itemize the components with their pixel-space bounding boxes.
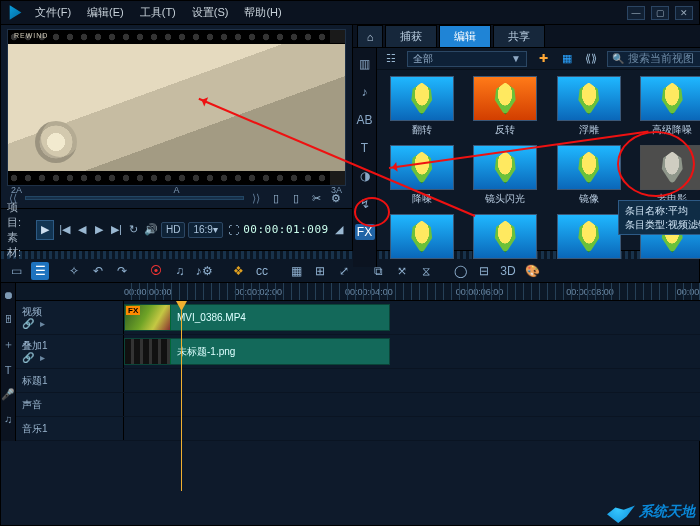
tab-edit[interactable]: 编辑: [439, 25, 491, 47]
fx-thumb[interactable]: 反转: [469, 76, 543, 137]
upload-icon[interactable]: ⬆: [691, 25, 700, 47]
rail-graphic-icon[interactable]: ◑: [355, 168, 375, 184]
view-storyboard-icon[interactable]: ▭: [7, 262, 25, 280]
goto-start-icon[interactable]: |◀: [57, 222, 71, 238]
tab-home[interactable]: ⌂: [357, 25, 383, 47]
track-music-type-icon[interactable]: ♫: [4, 413, 12, 425]
track-head-title[interactable]: 标题1: [16, 369, 124, 392]
step-fwd-icon[interactable]: ▶: [92, 222, 106, 238]
fx-thumb[interactable]: 镜像: [552, 145, 626, 206]
step-back-icon[interactable]: ◀: [75, 222, 89, 238]
tool-wrench-icon[interactable]: ✧: [65, 262, 83, 280]
loop-icon[interactable]: ↻: [126, 222, 140, 238]
mute-icon[interactable]: 🔊: [144, 222, 158, 238]
fx-grid: 翻转反转浮雕高级降噪降噪镜头闪光镜像老电影: [377, 70, 700, 267]
timecode-display[interactable]: 00:00:01:009: [243, 223, 328, 236]
filmstrip-bottom: [8, 171, 345, 185]
fx-thumb-label: 镜头闪光: [485, 192, 525, 206]
fx-thumb-label: 翻转: [412, 123, 432, 137]
track-motion-icon[interactable]: ▦: [287, 262, 305, 280]
moments-icon[interactable]: ❖: [229, 262, 247, 280]
auto-music-icon[interactable]: ♪⚙: [195, 262, 213, 280]
clip-video[interactable]: FX MVI_0386.MP4: [124, 304, 390, 331]
subtitle-icon[interactable]: cc: [253, 262, 271, 280]
track-head-music[interactable]: 音乐1: [16, 417, 124, 440]
balloon-icon: [576, 83, 602, 115]
fx-thumb-box: [473, 214, 537, 259]
menu-settings[interactable]: 设置(S): [186, 3, 235, 22]
lib-grid-icon[interactable]: ▦: [559, 51, 575, 67]
track-video-icon[interactable]: 🎚: [3, 313, 14, 325]
rail-title-icon[interactable]: T: [355, 140, 375, 156]
track-mic-icon[interactable]: 🎤: [1, 388, 15, 401]
play-button[interactable]: ▶: [36, 220, 54, 240]
fx-thumb[interactable]: [552, 214, 626, 261]
rail-path-icon[interactable]: ↯: [355, 196, 375, 212]
track-head-video[interactable]: 视频🔗▸: [16, 301, 124, 334]
clip-overlay[interactable]: 未标题-1.png: [124, 338, 390, 365]
window-maximize[interactable]: ▢: [651, 6, 669, 20]
lib-tree-icon[interactable]: ☷: [383, 51, 399, 67]
playhead[interactable]: [181, 301, 182, 491]
rail-fx-icon[interactable]: FX: [355, 224, 375, 240]
fx-thumb[interactable]: 镜头闪光: [469, 145, 543, 206]
view-timeline-icon[interactable]: ☰: [31, 262, 49, 280]
rail-sound-icon[interactable]: ♪: [355, 84, 375, 100]
window-minimize[interactable]: —: [627, 6, 645, 20]
rail-media-icon[interactable]: ▥: [355, 56, 375, 72]
time-ruler[interactable]: 00:00:00:0000:00:02:0000:00:04:0000:00:0…: [16, 283, 700, 301]
resize-icon[interactable]: ⤢: [335, 262, 353, 280]
link-icon[interactable]: 🔗: [22, 352, 34, 364]
ratio-toggle[interactable]: 16:9 ▾: [188, 222, 222, 238]
menu-edit[interactable]: 编辑(E): [81, 3, 130, 22]
menu-file[interactable]: 文件(F): [29, 3, 77, 22]
menu-help[interactable]: 帮助(H): [238, 3, 287, 22]
mixer-icon[interactable]: ♫: [171, 262, 189, 280]
hd-toggle[interactable]: HD: [161, 222, 185, 238]
multicam-icon[interactable]: ⊞: [311, 262, 329, 280]
chevron-right-icon[interactable]: ▸: [40, 318, 45, 330]
search-input[interactable]: 🔍 搜索当前视图: [607, 51, 700, 67]
menu-tools[interactable]: 工具(T): [134, 3, 182, 22]
fx-thumb-box: [640, 76, 700, 121]
clip-name: MVI_0386.MP4: [171, 312, 252, 323]
goto-end-icon[interactable]: ▶|: [109, 222, 123, 238]
preview-viewport[interactable]: REWIND 2AA3A: [7, 29, 346, 186]
tool-redo-icon[interactable]: ↷: [113, 262, 131, 280]
tab-share[interactable]: 共享: [493, 25, 545, 47]
window-close[interactable]: ✕: [675, 6, 693, 20]
fullscreen-icon[interactable]: ⛶: [226, 222, 240, 238]
track-toggle-all-icon[interactable]: ⏺: [3, 289, 14, 301]
fx-thumb-box: [390, 214, 454, 259]
balloon-icon: [492, 221, 518, 253]
category-dropdown[interactable]: 全部▼: [407, 51, 527, 67]
preview-image: [8, 44, 345, 171]
lib-add-icon[interactable]: ✚: [535, 51, 551, 67]
resize-handle-icon[interactable]: ◢: [332, 222, 346, 238]
lib-sort-icon[interactable]: ⟪⟫: [583, 51, 599, 67]
tool-undo-icon[interactable]: ↶: [89, 262, 107, 280]
record-icon[interactable]: ⦿: [147, 262, 165, 280]
link-icon[interactable]: 🔗: [22, 318, 34, 330]
fx-thumb[interactable]: 老电影: [636, 145, 701, 206]
balloon-icon: [409, 221, 435, 253]
rail-transition-icon[interactable]: AB: [355, 112, 375, 128]
fx-thumb[interactable]: [469, 214, 543, 261]
balloon-icon: [492, 83, 518, 115]
track-title-type-icon[interactable]: T: [5, 364, 12, 376]
track-head-overlay[interactable]: 叠加1🔗▸: [16, 335, 124, 368]
fx-thumb[interactable]: [385, 214, 459, 261]
chevron-right-icon[interactable]: ▸: [40, 352, 45, 364]
tab-capture[interactable]: 捕获: [385, 25, 437, 47]
fx-thumb[interactable]: 翻转: [385, 76, 459, 137]
fx-thumb[interactable]: 高级降噪: [636, 76, 701, 137]
app-logo: [7, 4, 25, 22]
track-head-voice[interactable]: 声音: [16, 393, 124, 416]
track-add-icon[interactable]: ＋: [3, 337, 14, 352]
fx-thumb-label: 镜像: [579, 192, 599, 206]
bird-icon: [607, 501, 635, 523]
fx-thumb-label: 浮雕: [579, 123, 599, 137]
fx-thumb[interactable]: 降噪: [385, 145, 459, 206]
source-toggle[interactable]: 项目: 素材:: [7, 200, 29, 260]
fx-thumb[interactable]: 浮雕: [552, 76, 626, 137]
